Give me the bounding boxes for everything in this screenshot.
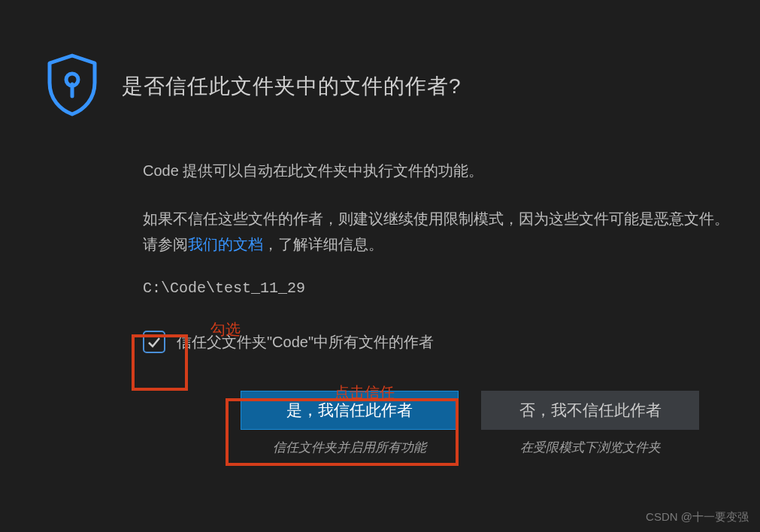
folder-path: C:\Code\test_11_29 [143,280,730,297]
dialog-title: 是否信任此文件夹中的文件的作者? [122,72,462,101]
dialog-body: Code 提供可以自动在此文件夹中执行文件的功能。 如果不信任这些文件的作者，则… [143,158,730,456]
paragraph-2: 如果不信任这些文件的作者，则建议继续使用限制模式，因为这些文件可能是恶意文件。请… [143,206,730,257]
no-trust-button[interactable]: 否，我不信任此作者 [481,391,699,430]
trust-dialog: 是否信任此文件夹中的文件的作者? Code 提供可以自动在此文件夹中执行文件的功… [45,53,752,456]
trust-subtitle: 信任文件夹并启用所有功能 [273,439,426,456]
no-trust-column: 否，我不信任此作者 在受限模式下浏览文件夹 [481,391,699,456]
paragraph-2-post: ，了解详细信息。 [263,236,383,252]
watermark: CSDN @十一要变强 [646,510,749,524]
no-trust-subtitle: 在受限模式下浏览文件夹 [520,439,661,456]
annotation-check: 勾选 [210,319,241,340]
annotation-trust: 点击信任 [335,382,395,403]
button-row: 是，我信任此作者 信任文件夹并启用所有功能 否，我不信任此作者 在受限模式下浏览… [241,391,730,456]
dialog-header: 是否信任此文件夹中的文件的作者? [45,53,752,120]
trust-parent-checkbox[interactable] [143,331,165,353]
docs-link[interactable]: 我们的文档 [188,236,263,252]
paragraph-1: Code 提供可以自动在此文件夹中执行文件的功能。 [143,158,730,183]
shield-icon [45,53,99,120]
